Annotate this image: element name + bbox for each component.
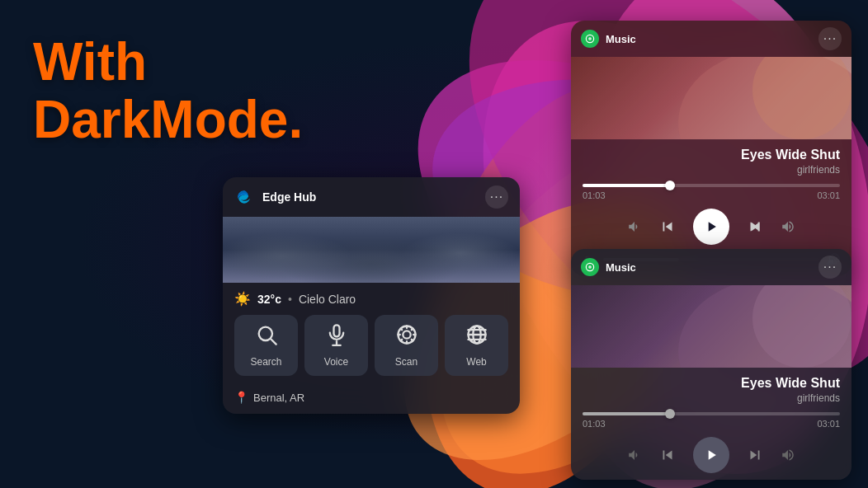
svg-point-29 — [589, 266, 590, 267]
web-action-label: Web — [466, 356, 486, 368]
edge-hub-card: Edge Hub ··· ☀️ 32°c • Cielo Claro Searc… — [223, 177, 520, 414]
controls-row-dark — [571, 434, 851, 480]
action-buttons-row: Search Voice — [223, 315, 520, 386]
weather-description: Cielo Claro — [299, 293, 356, 306]
music-card-dark-header: Music ··· — [571, 249, 851, 285]
music-card-light: Music ··· Eyes Wide Shut girlfriends 01:… — [571, 21, 851, 276]
weather-clouds — [223, 217, 520, 283]
progress-section-light: 01:03 03:01 — [571, 179, 851, 205]
time-total-dark: 03:01 — [817, 419, 840, 429]
volume-ctrl-dark[interactable] — [627, 448, 642, 462]
svg-point-20 — [403, 331, 410, 338]
progress-fill-light — [583, 184, 670, 187]
progress-section-dark: 01:03 03:01 — [571, 407, 851, 434]
song-title-light: Eyes Wide Shut — [583, 148, 840, 162]
weather-banner — [223, 217, 520, 283]
scan-action-button[interactable]: Scan — [375, 315, 438, 376]
volume-high-ctrl-dark[interactable] — [781, 448, 795, 462]
music-album-art-light — [571, 57, 851, 139]
music-card-dark: Music ··· Eyes Wide Shut girlfriends 01:… — [571, 249, 851, 480]
music-info-dark: Eyes Wide Shut girlfriends — [571, 368, 851, 407]
voice-action-label: Voice — [324, 356, 348, 368]
play-btn-light[interactable] — [693, 209, 729, 245]
weather-sun-icon: ☀️ — [234, 291, 251, 307]
time-row-light: 01:03 03:01 — [583, 190, 840, 200]
controls-row-light — [571, 205, 851, 251]
time-total-light: 03:01 — [817, 190, 840, 200]
next-btn-dark[interactable] — [746, 446, 764, 464]
weather-temperature: 32°c — [257, 293, 281, 306]
progress-thumb-dark[interactable] — [665, 409, 675, 419]
weather-info-row: ☀️ 32°c • Cielo Claro — [223, 283, 520, 315]
progress-fill-dark — [583, 412, 670, 415]
progress-thumb-light[interactable] — [665, 181, 675, 190]
edge-hub-header: Edge Hub ··· — [223, 177, 520, 217]
svg-rect-17 — [333, 325, 339, 336]
music-more-button-light[interactable]: ··· — [818, 27, 842, 50]
search-action-icon — [255, 323, 278, 351]
search-action-button[interactable]: Search — [234, 315, 298, 376]
web-action-icon — [465, 323, 488, 351]
edge-hub-more-button[interactable]: ··· — [485, 185, 508, 209]
music-info-light: Eyes Wide Shut girlfriends — [571, 139, 851, 179]
edge-logo-icon — [234, 187, 254, 207]
hero-section: With DarkMode. — [33, 33, 303, 149]
music-app-icon-light — [581, 30, 599, 48]
volume-high-ctrl-light[interactable] — [781, 219, 795, 234]
scan-action-icon — [395, 323, 418, 351]
hero-title-line1: With — [33, 33, 303, 91]
music-more-button-dark[interactable]: ··· — [818, 256, 842, 279]
location-text: Bernal, AR — [253, 392, 304, 404]
web-action-button[interactable]: Web — [445, 315, 508, 376]
play-btn-dark[interactable] — [693, 437, 729, 473]
voice-action-icon — [325, 323, 348, 351]
scan-action-label: Scan — [395, 356, 417, 368]
music-card-light-header: Music ··· — [571, 21, 851, 57]
prev-btn-light[interactable] — [658, 218, 677, 236]
progress-bar-dark[interactable] — [583, 412, 840, 415]
voice-action-button[interactable]: Voice — [304, 315, 368, 376]
edge-hub-title: Edge Hub — [262, 190, 477, 204]
music-app-name-dark: Music — [606, 261, 812, 274]
svg-line-16 — [271, 339, 276, 344]
progress-bar-light[interactable] — [583, 184, 840, 187]
hero-title-line2: DarkMode. — [33, 91, 303, 148]
weather-separator: • — [288, 293, 292, 306]
music-app-name-light: Music — [606, 33, 812, 45]
prev-btn-dark[interactable] — [658, 446, 677, 464]
location-row: 📍 Bernal, AR — [223, 386, 520, 414]
time-row-dark: 01:03 03:01 — [583, 419, 840, 429]
song-artist-dark: girlfriends — [583, 392, 840, 404]
music-app-icon-dark — [581, 258, 599, 276]
search-action-label: Search — [250, 356, 281, 368]
next-btn-light[interactable] — [746, 218, 764, 236]
music-album-art-dark — [571, 285, 851, 368]
time-current-light: 01:03 — [583, 190, 606, 200]
location-pin-icon: 📍 — [234, 391, 248, 404]
svg-point-12 — [589, 38, 590, 39]
volume-ctrl-light[interactable] — [627, 219, 642, 234]
song-artist-light: girlfriends — [583, 164, 840, 176]
song-title-dark: Eyes Wide Shut — [583, 376, 840, 391]
time-current-dark: 01:03 — [583, 419, 606, 429]
